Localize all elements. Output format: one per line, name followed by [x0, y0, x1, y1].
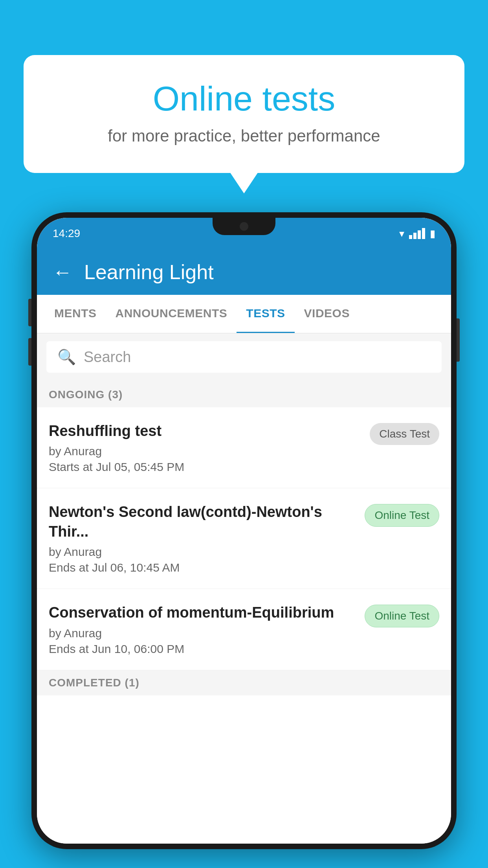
test-list: Reshuffling test by Anurag Starts at Jul… [37, 407, 451, 844]
test-time: Ends at Jun 10, 06:00 PM [49, 642, 357, 656]
speech-bubble: Online tests for more practice, better p… [24, 55, 464, 173]
tab-videos[interactable]: VIDEOS [295, 295, 359, 333]
signal-bar-4 [422, 228, 425, 239]
phone-screen: 14:29 ▾ ▮ [37, 218, 451, 844]
test-name: Conservation of momentum-Equilibrium [49, 603, 357, 622]
test-item[interactable]: Conservation of momentum-Equilibrium by … [37, 589, 451, 670]
status-bar: 14:29 ▾ ▮ [37, 218, 451, 249]
bubble-title: Online tests [55, 79, 433, 119]
test-info: Conservation of momentum-Equilibrium by … [49, 603, 357, 655]
signal-bar-1 [409, 235, 412, 239]
tab-tests[interactable]: TESTS [237, 295, 294, 333]
ongoing-title: ONGOING (3) [49, 388, 123, 401]
phone-frame: 14:29 ▾ ▮ [31, 212, 457, 849]
search-icon: 🔍 [57, 348, 76, 366]
volume-down-button [28, 338, 31, 366]
app-title: Learning Light [84, 260, 214, 284]
tab-bar: MENTS ANNOUNCEMENTS TESTS VIDEOS [37, 295, 451, 333]
tab-assignments[interactable]: MENTS [45, 295, 106, 333]
test-time: Ends at Jul 06, 10:45 AM [49, 561, 357, 574]
signal-bar-3 [418, 230, 421, 239]
search-placeholder: Search [84, 349, 131, 366]
test-author: by Anurag [49, 627, 357, 640]
signal-bar-2 [413, 233, 416, 239]
signal-icon [409, 228, 425, 239]
completed-section-header: COMPLETED (1) [37, 670, 451, 695]
wifi-icon: ▾ [399, 228, 404, 240]
phone-mockup: 14:29 ▾ ▮ [31, 212, 457, 868]
status-time: 14:29 [53, 227, 80, 240]
promo-section: Online tests for more practice, better p… [24, 55, 464, 173]
battery-icon: ▮ [430, 228, 435, 240]
camera [240, 222, 248, 231]
search-bar[interactable]: 🔍 Search [46, 341, 442, 373]
bubble-subtitle: for more practice, better performance [55, 127, 433, 145]
power-button [457, 318, 460, 362]
test-item[interactable]: Newton's Second law(contd)-Newton's Thir… [37, 488, 451, 589]
notch [213, 218, 275, 235]
online-test-badge: Online Test [365, 504, 439, 527]
status-icons: ▾ ▮ [399, 228, 435, 240]
test-author: by Anurag [49, 545, 357, 559]
tab-announcements[interactable]: ANNOUNCEMENTS [106, 295, 237, 333]
online-test-badge-2: Online Test [365, 605, 439, 627]
test-item[interactable]: Reshuffling test by Anurag Starts at Jul… [37, 407, 451, 488]
test-author: by Anurag [49, 445, 362, 458]
completed-title: COMPLETED (1) [49, 677, 139, 689]
back-button[interactable]: ← [53, 261, 72, 283]
test-name: Newton's Second law(contd)-Newton's Thir… [49, 502, 357, 541]
volume-up-button [28, 299, 31, 326]
ongoing-section-header: ONGOING (3) [37, 381, 451, 407]
test-info: Reshuffling test by Anurag Starts at Jul… [49, 421, 362, 474]
test-info: Newton's Second law(contd)-Newton's Thir… [49, 502, 357, 574]
test-name: Reshuffling test [49, 421, 362, 441]
test-time: Starts at Jul 05, 05:45 PM [49, 460, 362, 474]
class-test-badge: Class Test [370, 423, 439, 445]
search-section: 🔍 Search [37, 333, 451, 381]
app-header: ← Learning Light [37, 249, 451, 295]
